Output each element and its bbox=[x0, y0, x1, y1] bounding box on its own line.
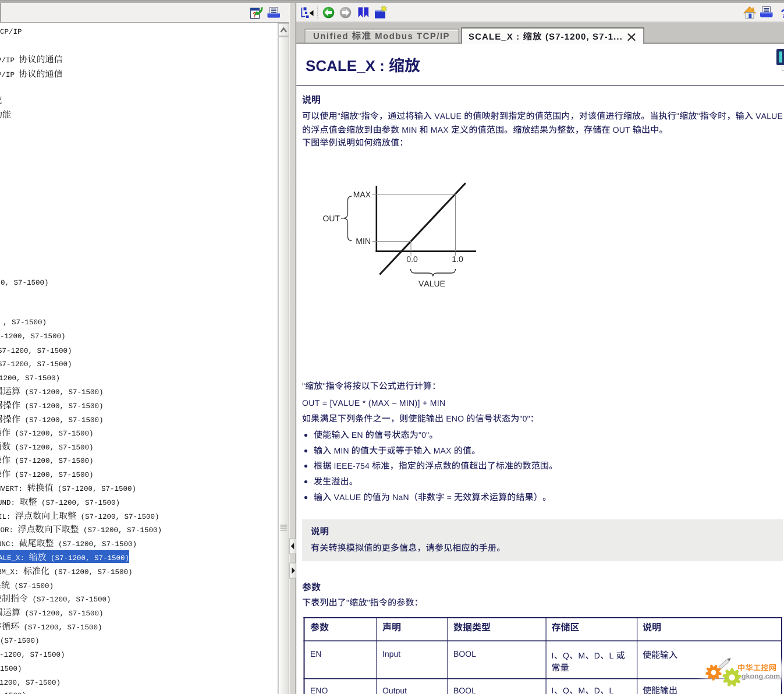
svg-text:?: ? bbox=[781, 6, 784, 21]
